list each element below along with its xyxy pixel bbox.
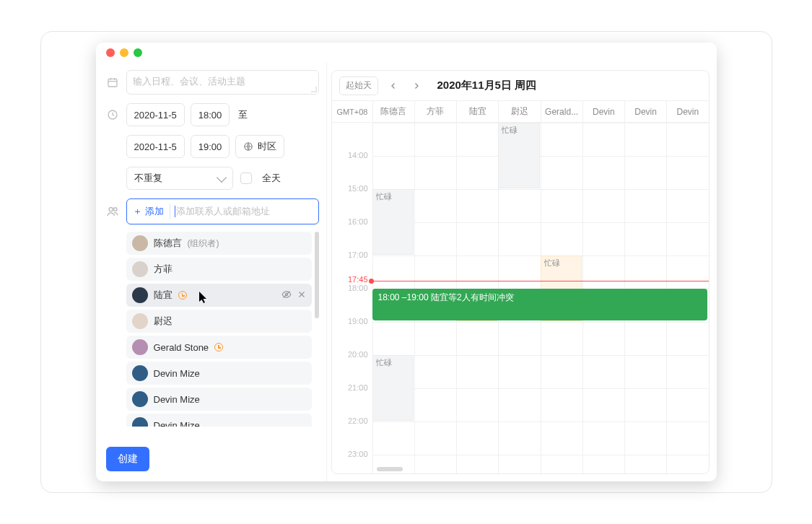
timezone-button[interactable]: 时区 [235,135,284,158]
end-date-input[interactable]: 2020-11-5 [126,135,185,158]
person-column-header: Devin [624,101,666,122]
invitee-name: Devin Mize [154,394,200,405]
availability-pane: 起始天 2020年11月5日 周四 GMT+08 陈德言方菲陆宜尉迟Gerald… [327,63,717,481]
invitee-name: Devin Mize [154,368,200,379]
avatar [132,391,148,407]
avatar [132,261,148,277]
plus-icon: ＋ [133,205,142,218]
event-form-pane: 输入日程、会议、活动主题 2020-11-5 18:00 至 2020-11-5 [96,63,327,481]
person-column-header: Devin [582,101,624,122]
app-window: 输入日程、会议、活动主题 2020-11-5 18:00 至 2020-11-5 [96,43,717,481]
to-label: 至 [235,103,250,126]
invitee-name: 陈德言 [154,237,182,250]
schedule-date-title: 2020年11月5日 周四 [437,79,537,92]
svg-rect-0 [108,79,117,87]
proposed-event-block[interactable]: 18:00 –19:00 陆宜等2人有时间冲突 [372,289,707,320]
invitee-name: Gerald Stone [154,342,209,353]
busy-block: 忙碌 [498,123,539,188]
conflict-icon [214,343,223,351]
prev-day-button[interactable] [385,78,401,94]
invitee-name: 方菲 [154,263,173,276]
clock-icon [106,109,119,121]
person-column-header: Devin [666,101,708,122]
invitee-name: 陆宜 [154,289,173,302]
invitee-row[interactable]: 陆宜 [126,284,312,307]
schedule-grid[interactable]: 14:0015:0016:0017:0018:0019:0020:0021:00… [332,123,709,473]
invitee-row[interactable]: Devin Mize [126,388,312,411]
person-column-header: 尉迟 [498,101,540,122]
busy-block: 忙碌 [372,189,414,255]
globe-icon [243,141,253,152]
timezone-label: GMT+08 [332,108,372,116]
invitee-list: 陈德言(组织者)方菲陆宜尉迟Gerald StoneDevin MizeDevi… [126,232,319,427]
chevron-down-icon [216,172,226,182]
horizontal-scrollbar[interactable] [377,467,403,471]
invitee-input[interactable]: ＋ 添加 添加联系人或邮箱地址 [126,198,319,224]
svg-point-3 [109,207,113,211]
invitee-role: (组织者) [188,237,219,250]
all-day-checkbox[interactable] [240,173,252,184]
event-title-input[interactable]: 输入日程、会议、活动主题 [126,70,319,95]
repeat-select[interactable]: 不重复 [126,167,233,190]
remove-icon[interactable] [297,290,306,301]
person-column-header: 陆宜 [456,101,498,122]
resize-handle-icon[interactable] [311,87,317,92]
avatar [132,339,148,355]
invitee-row[interactable]: 方菲 [126,258,312,281]
current-time-label: 17:45 [332,275,372,284]
avatar [132,313,148,329]
scrollbar[interactable] [315,232,319,318]
minimize-window-button[interactable] [120,48,128,57]
next-day-button[interactable] [409,78,424,94]
svg-point-4 [113,208,117,211]
invitee-name: Devin Mize [154,420,200,427]
avatar [132,365,148,381]
cursor-icon [198,291,209,306]
end-time-input[interactable]: 19:00 [191,135,230,158]
conflict-icon [178,291,187,300]
avatar [132,287,148,303]
person-column-header: 陈德言 [372,101,414,122]
avatar [132,417,148,427]
invitee-row[interactable]: Devin Mize [126,362,312,385]
add-invitee-button[interactable]: ＋ 添加 [133,204,170,219]
maximize-window-button[interactable] [134,48,142,57]
avatar [132,235,148,251]
all-day-label: 全天 [259,167,284,190]
start-date-input[interactable]: 2020-11-5 [126,103,185,126]
event-title-placeholder: 输入日程、会议、活动主题 [133,76,245,87]
people-icon [106,205,119,218]
invitee-row[interactable]: 陈德言(组织者) [126,232,312,255]
calendar-icon [106,77,119,88]
current-time-indicator [372,281,709,281]
invitee-row[interactable]: Gerald Stone [126,336,312,359]
invitee-row[interactable]: Devin Mize [126,414,312,427]
traffic-lights [96,43,717,63]
hide-icon[interactable] [281,289,292,302]
go-to-start-day-button[interactable]: 起始天 [339,77,378,95]
close-window-button[interactable] [106,48,115,57]
busy-block: 忙碌 [372,355,414,421]
start-time-input[interactable]: 18:00 [191,103,230,126]
invitee-row[interactable]: 尉迟 [126,310,312,333]
create-button[interactable]: 创建 [106,447,149,471]
invitee-input-placeholder: 添加联系人或邮箱地址 [176,205,270,218]
person-column-header: Gerald... [541,101,582,122]
person-column-header: 方菲 [414,101,456,122]
invitee-name: 尉迟 [154,315,173,328]
